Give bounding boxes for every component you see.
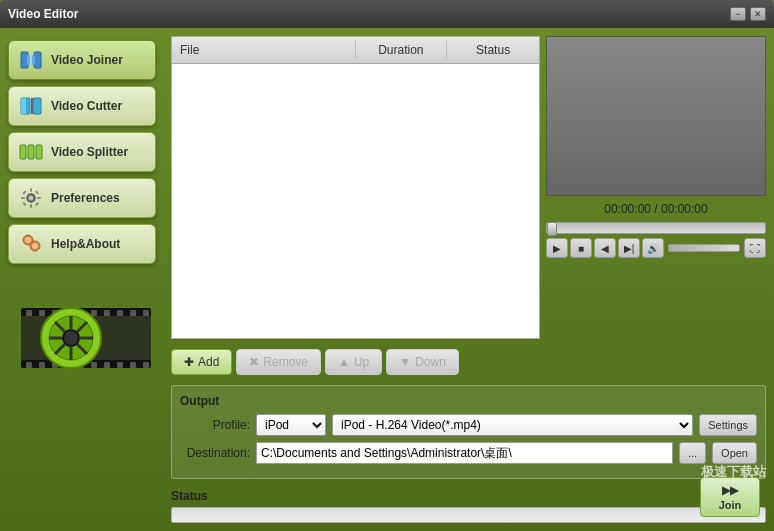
join-area: ▶▶ Join [700, 477, 760, 517]
title-bar: Video Editor − ✕ [0, 0, 774, 28]
output-title: Output [180, 394, 757, 408]
seek-bar[interactable] [546, 222, 766, 234]
browse-button[interactable]: ... [679, 442, 706, 464]
sidebar-item-help-about[interactable]: Help&About [8, 224, 156, 264]
svg-rect-2 [34, 52, 41, 68]
settings-button[interactable]: Settings [699, 414, 757, 436]
stop-button[interactable]: ■ [570, 238, 592, 258]
progress-bar-container [171, 507, 766, 523]
profile-select[interactable]: iPod iPhone iPad AVI MP4 [256, 414, 326, 436]
window-controls: − ✕ [730, 7, 766, 21]
video-cutter-icon [17, 92, 45, 120]
svg-rect-47 [143, 362, 149, 368]
remove-icon: ✖ [249, 355, 259, 369]
svg-rect-16 [37, 197, 41, 199]
open-button[interactable]: Open [712, 442, 757, 464]
sidebar-item-preferences[interactable]: Preferences [8, 178, 156, 218]
svg-point-12 [29, 196, 33, 200]
svg-point-24 [32, 243, 38, 249]
main-panel: File Duration Status 00:00:00 / 00:00:00 [171, 36, 766, 523]
remove-button[interactable]: ✖ Remove [236, 349, 321, 375]
svg-rect-3 [32, 55, 35, 65]
seek-thumb [547, 222, 557, 236]
fullscreen-button[interactable]: ⛶ [744, 238, 766, 258]
down-button[interactable]: ▼ Down [386, 349, 459, 375]
remove-label: Remove [263, 355, 308, 369]
svg-rect-38 [26, 362, 32, 368]
time-separator: / [651, 202, 661, 216]
film-reel-decoration [8, 278, 163, 398]
preferences-label: Preferences [51, 191, 120, 205]
svg-point-50 [63, 330, 79, 346]
watermark: 极速下载站 [701, 463, 766, 481]
playback-controls: ▶ ■ ◀ ▶| 🔊 ⛶ [546, 238, 766, 258]
time-total: 00:00:00 [661, 202, 708, 216]
next-frame-button[interactable]: ▶| [618, 238, 640, 258]
preview-panel: 00:00:00 / 00:00:00 ▶ ■ ◀ ▶| 🔊 ⛶ [546, 36, 766, 339]
svg-rect-28 [26, 310, 32, 316]
preview-screen [546, 36, 766, 196]
svg-rect-19 [22, 202, 26, 206]
video-joiner-label: Video Joiner [51, 53, 123, 67]
status-section: Status [171, 489, 766, 523]
video-joiner-icon [17, 46, 45, 74]
main-content: Video Joiner Video Cutter [0, 28, 774, 531]
play-button[interactable]: ▶ [546, 238, 568, 258]
destination-row: Destination: ... Open [180, 442, 757, 464]
preferences-icon [17, 184, 45, 212]
add-icon: ✚ [184, 355, 194, 369]
close-button[interactable]: ✕ [750, 7, 766, 21]
svg-rect-0 [21, 52, 28, 68]
up-button[interactable]: ▲ Up [325, 349, 382, 375]
file-list-area: File Duration Status 00:00:00 / 00:00:00 [171, 36, 766, 339]
action-buttons: ✚ Add ✖ Remove ▲ Up ▼ Down [171, 345, 766, 379]
volume-slider[interactable] [668, 244, 740, 252]
format-select[interactable]: iPod - H.264 Video(*.mp4) iPod - MPEG-4 … [332, 414, 693, 436]
file-table-body [172, 64, 539, 338]
volume-button[interactable]: 🔊 [642, 238, 664, 258]
svg-rect-35 [117, 310, 123, 316]
file-table: File Duration Status [171, 36, 540, 339]
svg-rect-9 [28, 145, 34, 159]
svg-point-22 [25, 237, 31, 243]
svg-rect-20 [35, 202, 39, 206]
video-splitter-label: Video Splitter [51, 145, 128, 159]
minimize-button[interactable]: − [730, 7, 746, 21]
up-label: Up [354, 355, 369, 369]
svg-rect-10 [36, 145, 42, 159]
sidebar-item-video-splitter[interactable]: Video Splitter [8, 132, 156, 172]
svg-rect-7 [33, 98, 41, 114]
svg-rect-5 [21, 98, 26, 114]
destination-input[interactable] [256, 442, 673, 464]
video-splitter-icon [17, 138, 45, 166]
sidebar-item-video-joiner[interactable]: Video Joiner [8, 40, 156, 80]
help-about-icon [17, 230, 45, 258]
svg-rect-15 [21, 197, 25, 199]
col-header-status: Status [447, 41, 539, 59]
video-cutter-label: Video Cutter [51, 99, 122, 113]
svg-rect-29 [39, 310, 45, 316]
file-table-header: File Duration Status [172, 37, 539, 64]
add-label: Add [198, 355, 219, 369]
col-header-file: File [172, 41, 356, 59]
up-icon: ▲ [338, 355, 350, 369]
output-section: Output Profile: iPod iPhone iPad AVI MP4… [171, 385, 766, 479]
sidebar-item-video-cutter[interactable]: Video Cutter [8, 86, 156, 126]
svg-rect-44 [104, 362, 110, 368]
add-button[interactable]: ✚ Add [171, 349, 232, 375]
svg-rect-17 [22, 190, 26, 194]
svg-rect-36 [130, 310, 136, 316]
prev-frame-button[interactable]: ◀ [594, 238, 616, 258]
col-header-duration: Duration [356, 41, 448, 59]
svg-rect-14 [30, 204, 32, 208]
svg-rect-46 [130, 362, 136, 368]
svg-rect-34 [104, 310, 110, 316]
time-display: 00:00:00 / 00:00:00 [546, 200, 766, 218]
down-icon: ▼ [399, 355, 411, 369]
svg-rect-18 [35, 190, 39, 194]
svg-rect-33 [91, 310, 97, 316]
join-button[interactable]: ▶▶ Join [700, 477, 760, 517]
svg-rect-45 [117, 362, 123, 368]
time-current: 00:00:00 [604, 202, 651, 216]
svg-rect-43 [91, 362, 97, 368]
